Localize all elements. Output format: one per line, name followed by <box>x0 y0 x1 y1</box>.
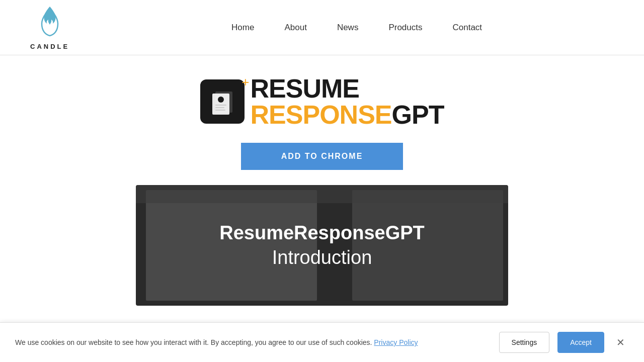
add-to-chrome-button[interactable]: ADD TO CHROME <box>241 143 404 170</box>
svg-rect-5 <box>215 110 225 111</box>
product-title-resume: RESUME <box>251 75 444 102</box>
nav-home[interactable]: Home <box>231 23 254 33</box>
svg-rect-4 <box>215 107 224 108</box>
nav-contact[interactable]: Contact <box>452 23 482 33</box>
preview-title: ResumeResponseGPT <box>219 222 425 244</box>
header: CANDLE Home About News Products Contact <box>0 0 644 55</box>
plus-icon: + <box>242 75 249 88</box>
preview-overlay: ResumeResponseGPT Introduction <box>219 222 425 268</box>
svg-rect-3 <box>215 105 226 106</box>
product-title: RESUME RESPONSEGPT <box>251 75 444 128</box>
preview-area: ResumeResponseGPT Introduction <box>136 185 508 306</box>
main-nav: Home About News Products Contact <box>231 23 482 33</box>
nav-news[interactable]: News <box>337 23 359 33</box>
nav-about[interactable]: About <box>284 23 306 33</box>
main-content: + RESUME RESPONSEGPT ADD TO CHROME <box>0 55 644 306</box>
product-icon: + <box>200 79 245 124</box>
logo-link[interactable]: CANDLE <box>30 5 69 50</box>
logo-text: CANDLE <box>30 43 69 50</box>
nav-products[interactable]: Products <box>388 23 422 33</box>
product-title-responsegpt: RESPONSEGPT <box>251 102 444 128</box>
product-logo-area: + RESUME RESPONSEGPT <box>200 75 444 128</box>
resume-doc-icon <box>207 86 237 117</box>
product-title-response: RESPONSE <box>251 100 392 129</box>
candle-logo-icon <box>35 5 64 41</box>
product-title-gpt: GPT <box>392 100 444 129</box>
preview-subtitle: Introduction <box>219 247 425 268</box>
svg-point-2 <box>218 97 224 103</box>
